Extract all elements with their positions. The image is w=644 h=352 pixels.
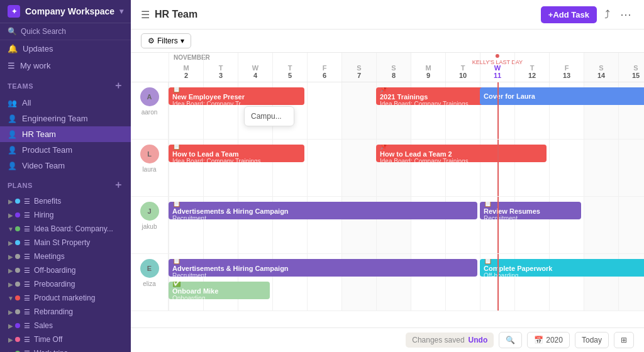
task-bar[interactable]: Cover for Laura [480, 87, 644, 105]
today-label: Today [582, 336, 602, 344]
day-letter: T [273, 64, 307, 72]
add-team-button[interactable]: ＋ [113, 79, 124, 92]
person-name-eliza: eliza [143, 280, 156, 287]
header-right: +Add Task ⤴ ⋯ [541, 5, 634, 24]
plan-label: Meetings [34, 252, 65, 261]
workspace-header[interactable]: ✦ Company Workspace ▾ [0, 0, 131, 23]
task-bar[interactable]: ✅Onboard MikeOnboarding [169, 282, 270, 299]
today-line [497, 197, 499, 253]
day-num: 8 [377, 72, 411, 79]
plan-item[interactable]: ▶ ☰ Preboarding [0, 277, 131, 291]
date-header: NOVEMBER M2T3W4T5F6S7S8M9T10KELLY'S LAST… [131, 53, 644, 82]
person-row-aaron: A aaron 📋New Employee PreserIdea Board: … [131, 82, 644, 140]
day-letter: S [584, 64, 618, 72]
day-letter: T [204, 64, 238, 72]
person-row-jakub: J jakub 📋Advertisements & Hiring Campaig… [131, 197, 644, 254]
plan-item[interactable]: ▼ ☰ Idea Board: Company... [0, 222, 131, 236]
task-label: Complete Paperwork [484, 265, 644, 272]
plan-item[interactable]: ▶ ☰ Work trips [0, 346, 131, 352]
task-bar[interactable]: 📌How to Lead a Team 2Idea Board: Company… [376, 145, 547, 162]
plans-label: PLANS [8, 182, 33, 189]
team-hr[interactable]: 👤 HR Team [0, 126, 131, 142]
team-product-icon: 👤 [8, 146, 17, 155]
task-sub: Idea Board: Company Tr... [172, 101, 301, 105]
plan-item[interactable]: ▼ ☰ Product marketing [0, 291, 131, 305]
day-num: 7 [342, 72, 376, 79]
day-num: 6 [308, 72, 341, 79]
plan-dot [15, 268, 20, 273]
plan-dot [15, 282, 20, 287]
row-cells-eliza: 📋Advertisements & Hiring CampaignRecruit… [169, 254, 644, 311]
plan-item[interactable]: ▶ ☰ Off-boarding [0, 263, 131, 277]
add-plan-button[interactable]: ＋ [113, 179, 124, 192]
team-video-label: Video Team [22, 161, 65, 170]
team-video[interactable]: 👤 Video Team [0, 158, 131, 173]
nav-updates[interactable]: 🔔 Updates [0, 40, 131, 57]
day-num: 4 [238, 72, 272, 79]
task-bar[interactable]: 📋Advertisements & Hiring CampaignRecruit… [169, 259, 477, 277]
add-task-button[interactable]: +Add Task [541, 6, 597, 23]
plan-label: Preboarding [34, 280, 75, 289]
task-sub: Off-boarding [484, 272, 644, 277]
more-options-button[interactable]: ⋯ [618, 5, 634, 24]
task-bar[interactable]: 📋New Employee PreserIdea Board: Company … [169, 87, 304, 105]
plan-item[interactable]: ▶ ☰ Rebranding [0, 305, 131, 319]
person-col-laura: L laura [131, 140, 169, 196]
team-all[interactable]: 👥 All [0, 95, 131, 111]
date-col-5: T5 [272, 53, 307, 82]
day-num: 10 [446, 72, 480, 79]
nav-my-work[interactable]: ☰ My work [0, 57, 131, 74]
undo-button[interactable]: Undo [469, 336, 488, 344]
nav-my-work-label: My work [20, 61, 50, 70]
plan-label: Idea Board: Company... [34, 224, 113, 233]
task-sub: Idea Board: Company Trainings [172, 158, 301, 162]
task-bar[interactable]: 📋Review ResumesRecruitment [480, 202, 581, 219]
tooltip-popup: Campu... [244, 106, 294, 126]
plan-item[interactable]: ▶ ☰ Hiring [0, 208, 131, 222]
workspace-icon: ✦ [8, 5, 20, 18]
menu-icon[interactable]: ☰ [141, 9, 150, 21]
cell [341, 82, 376, 139]
team-engineering[interactable]: 👤 Engineering Team [0, 111, 131, 126]
quick-search[interactable]: 🔍 Quick Search [0, 23, 131, 40]
day-num: 13 [550, 72, 584, 79]
task-bar[interactable]: 📋Advertisements & Hiring CampaignRecruit… [169, 202, 477, 219]
plan-item[interactable]: ▶ ☰ Main St Property [0, 236, 131, 250]
team-product[interactable]: 👤 Product Team [0, 142, 131, 158]
row-cells-laura: 📋How to Lead a TeamIdea Board: Company T… [169, 140, 644, 196]
task-bar[interactable]: 📋How to Lead a TeamIdea Board: Company T… [169, 145, 304, 162]
plan-dot [15, 199, 20, 204]
filters-button[interactable]: ⚙ Filters ▾ [141, 33, 191, 48]
plan-list-icon: ☰ [24, 294, 30, 302]
plan-expand: ▶ [8, 267, 14, 274]
plan-item[interactable]: ▶ ☰ Benefits [0, 194, 131, 208]
plan-list-icon: ☰ [24, 197, 30, 206]
avatar-jakub: J [140, 202, 159, 221]
plan-list-icon: ☰ [24, 308, 30, 316]
plan-item[interactable]: ▶ ☰ Meetings [0, 250, 131, 263]
calendar-rows: A aaron 📋New Employee PreserIdea Board: … [131, 82, 644, 311]
day-letter: W [238, 64, 272, 72]
cell [584, 140, 618, 196]
task-bar[interactable]: 📋Complete PaperworkOff-boarding [480, 259, 644, 277]
task-label: How to Lead a Team [172, 150, 301, 158]
plan-list-icon: ☰ [24, 253, 30, 261]
calendar-container[interactable]: NOVEMBER M2T3W4T5F6S7S8M9T10KELLY'S LAST… [131, 53, 644, 327]
year-button[interactable]: 📅 2020 [527, 332, 570, 348]
plan-item[interactable]: ▶ ☰ Sales [0, 319, 131, 333]
zoom-button[interactable]: 🔍 [499, 332, 522, 348]
day-letter: M [411, 64, 445, 72]
plan-item[interactable]: ▶ ☰ Time Off [0, 333, 131, 346]
team-product-label: Product Team [22, 145, 72, 155]
person-name-jakub: jakub [142, 223, 157, 230]
day-letter: F [308, 64, 341, 72]
task-sub: Recruitment [172, 272, 474, 277]
share-button[interactable]: ⤴ [602, 6, 613, 24]
grid-view-button[interactable]: ⊞ [614, 332, 634, 348]
task-icon: 📋 [172, 87, 298, 93]
today-line [497, 82, 499, 139]
sidebar: ✦ Company Workspace ▾ 🔍 Quick Search 🔔 U… [0, 0, 131, 352]
today-button[interactable]: Today [575, 332, 609, 348]
plan-expand: ▶ [8, 239, 14, 246]
date-col-13: F13 [549, 53, 584, 82]
